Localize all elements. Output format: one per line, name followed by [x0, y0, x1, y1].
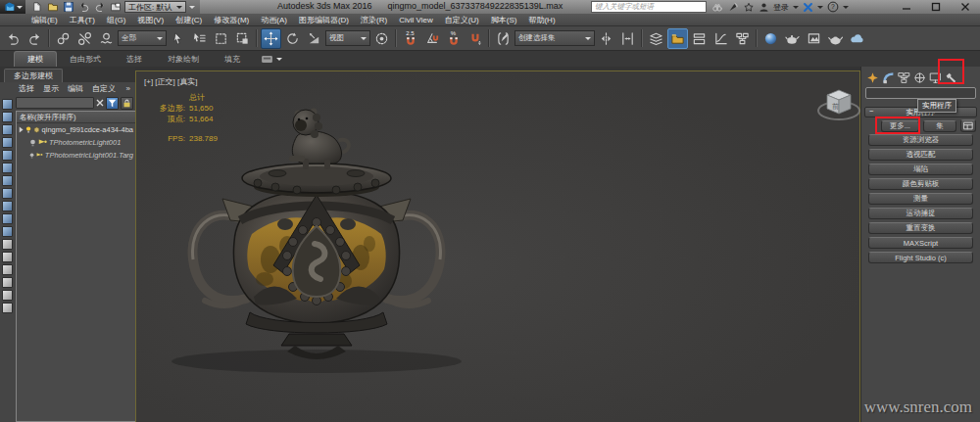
selection-region-button[interactable]: [211, 28, 231, 49]
qat-overflow-icon[interactable]: [189, 6, 195, 12]
display-lights-icon[interactable]: [2, 137, 13, 148]
render-production-button[interactable]: [825, 28, 846, 49]
edit-named-selection-sets-button[interactable]: [493, 28, 514, 49]
help-icon[interactable]: ?: [827, 1, 839, 13]
maximize-button[interactable]: [921, 0, 951, 14]
display-frozen-icon[interactable]: [2, 264, 13, 275]
viewcube[interactable]: 前: [814, 79, 863, 128]
named-selection-set-dropdown[interactable]: 创建选择集: [514, 30, 595, 46]
modify-tab[interactable]: [881, 70, 895, 85]
motion-tab[interactable]: [912, 70, 926, 85]
select-and-scale-button[interactable]: [304, 28, 324, 49]
expand-caret-icon[interactable]: [19, 126, 24, 133]
display-cameras-icon[interactable]: [2, 150, 13, 161]
explorer-row-light[interactable]: TPhotometricLight001: [17, 136, 135, 149]
manage-layers-button[interactable]: [646, 28, 666, 49]
select-and-rotate-button[interactable]: [282, 28, 303, 49]
explorer-row-geometry[interactable]: qingmo_f991cdce-a434-4ba: [17, 123, 135, 136]
minimize-button[interactable]: [892, 0, 921, 14]
explorer-menu-overflow[interactable]: »: [126, 84, 130, 93]
display-space-warps-icon[interactable]: [2, 175, 13, 186]
bulb-dim-icon[interactable]: [29, 152, 34, 160]
display-materials-icon[interactable]: [2, 252, 13, 262]
reference-coordinate-dropdown[interactable]: 视图: [325, 30, 370, 46]
explorer-filter-icon[interactable]: [106, 97, 119, 110]
explorer-lock-icon[interactable]: [121, 97, 133, 110]
display-xrefs-icon[interactable]: [2, 239, 13, 250]
asset-browser-button[interactable]: 资源浏览器: [868, 134, 973, 146]
viewport-label[interactable]: [+] [正交] [真实]: [144, 76, 197, 87]
align-button[interactable]: [617, 28, 638, 49]
percent-snap-button[interactable]: %: [443, 28, 464, 49]
sort-mode-icon[interactable]: [2, 303, 13, 313]
flight-studio-button[interactable]: Flight Studio (c): [868, 252, 973, 263]
exchange-apps-icon[interactable]: [803, 2, 813, 13]
save-file-button[interactable]: [62, 1, 74, 13]
communication-center-icon[interactable]: [727, 2, 739, 13]
redo-scene-button[interactable]: [24, 28, 45, 49]
explorer-search-clear-icon[interactable]: [96, 99, 104, 107]
display-helpers-icon[interactable]: [2, 163, 13, 173]
redo-button[interactable]: [93, 1, 106, 13]
explorer-column-header[interactable]: 名称(按升序排序): [17, 112, 135, 123]
menu-customize[interactable]: 自定义(U): [439, 15, 485, 25]
render-in-cloud-button[interactable]: [847, 28, 867, 49]
use-pivot-center-button[interactable]: [371, 28, 392, 49]
ribbon-tab-freeform[interactable]: 自由形式: [57, 52, 114, 67]
explorer-menu-edit[interactable]: 编辑: [68, 83, 83, 94]
explorer-menu-customize[interactable]: 自定义: [92, 83, 116, 94]
reset-xform-button[interactable]: 重置变换: [868, 222, 973, 234]
exchange-caret-icon[interactable]: [817, 6, 823, 12]
utility-name-field[interactable]: [865, 87, 976, 99]
explorer-menu-select[interactable]: 选择: [19, 83, 34, 94]
explorer-menu-display[interactable]: 显示: [43, 83, 59, 94]
favorites-star-icon[interactable]: [743, 2, 755, 13]
ribbon-tab-selection[interactable]: 选择: [114, 52, 155, 67]
filter-selection-icon[interactable]: [2, 277, 13, 288]
infocenter-search-input[interactable]: 键入关键字或短语: [591, 1, 707, 13]
rendered-frame-window-button[interactable]: [804, 28, 824, 49]
sign-in-person-icon[interactable]: [759, 2, 769, 13]
open-file-button[interactable]: [46, 1, 59, 13]
undo-button[interactable]: [77, 1, 90, 13]
project-folder-button[interactable]: [109, 1, 122, 13]
display-geometry-icon[interactable]: [2, 112, 13, 122]
snaps-toggle-button[interactable]: 2.5: [400, 28, 420, 49]
window-crossing-button[interactable]: [232, 28, 253, 49]
display-everything-icon[interactable]: [2, 99, 13, 110]
selection-filter-dropdown[interactable]: 全部: [118, 30, 167, 46]
bulb-icon[interactable]: [25, 125, 31, 134]
explorer-search-input[interactable]: [16, 97, 94, 109]
create-tab[interactable]: [865, 70, 879, 85]
material-editor-button[interactable]: [760, 28, 781, 49]
color-clipboard-button[interactable]: 颜色剪贴板: [868, 178, 973, 190]
curve-editor-button[interactable]: [710, 28, 731, 49]
angle-snap-button[interactable]: [421, 28, 442, 49]
new-scene-button[interactable]: [30, 1, 43, 13]
unlink-selection-button[interactable]: [74, 28, 95, 49]
menu-modifiers[interactable]: 修改器(M): [208, 15, 255, 25]
menu-civil-view[interactable]: Civil View: [393, 16, 439, 24]
menu-tools[interactable]: 工具(T): [64, 15, 101, 25]
display-shapes-icon[interactable]: [2, 124, 13, 135]
undo-scene-button[interactable]: [3, 28, 24, 49]
schematic-view-button[interactable]: [732, 28, 753, 49]
display-bone-objects-icon[interactable]: [2, 201, 13, 211]
ribbon-tab-object-paint[interactable]: 对象绘制: [155, 52, 212, 67]
pick-parent-icon[interactable]: [2, 290, 13, 301]
spinner-snap-button[interactable]: [465, 28, 485, 49]
menu-create[interactable]: 创建(C): [170, 15, 208, 25]
ribbon-tab-populate[interactable]: 填充: [212, 52, 253, 67]
select-and-link-button[interactable]: [53, 28, 74, 49]
bind-to-space-warp-button[interactable]: [96, 28, 117, 49]
ribbon-config-button[interactable]: [253, 55, 290, 67]
perspective-match-button[interactable]: 透视匹配: [868, 149, 973, 161]
menu-scripting[interactable]: 脚本(S): [485, 15, 523, 25]
select-object-button[interactable]: [168, 28, 188, 49]
sign-in-caret-icon[interactable]: [793, 6, 799, 12]
workspace-dropdown[interactable]: 工作区: 默认: [124, 1, 186, 13]
menu-animation[interactable]: 动画(A): [255, 15, 293, 25]
explorer-row-light-target[interactable]: TPhotometricLight001.Targ: [17, 149, 135, 162]
close-button[interactable]: [951, 0, 980, 14]
polygon-modeling-panel-button[interactable]: 多边形建模: [4, 69, 63, 82]
